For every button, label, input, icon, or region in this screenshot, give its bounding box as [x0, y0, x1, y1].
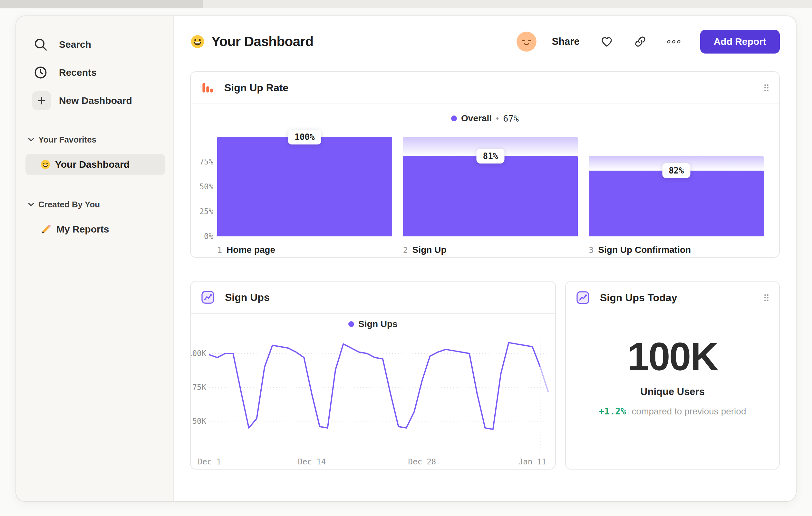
signups-card-title: Sign Ups: [225, 292, 270, 303]
signups-series-line[interactable]: [209, 343, 540, 429]
sidebar-item-recents[interactable]: Recents: [16, 58, 173, 86]
main-content: Your Dashboard Share: [174, 16, 796, 501]
funnel-card: Sign Up Rate Overall • 67% 75%50%25%0% 1…: [190, 71, 780, 258]
plus-icon: [32, 91, 51, 110]
funnel-column: 82%: [589, 137, 764, 236]
section-title: Created By You: [38, 200, 100, 210]
funnel-plot: 75%50%25%0% 100%81%82%: [197, 137, 764, 236]
section-your-favorites[interactable]: Your Favorites: [16, 133, 173, 147]
big-number-subtitle: Unique Users: [566, 386, 779, 398]
funnel-step-label: 2Sign Up: [403, 245, 578, 255]
more-options-button[interactable]: [667, 40, 681, 44]
funnel-column: 100%: [217, 137, 392, 236]
page-header: Your Dashboard Share: [190, 30, 780, 54]
sidebar: Search Recents New Dashboard: [16, 16, 174, 501]
funnel-y-axis: 75%50%25%0%: [197, 137, 214, 236]
big-number: 100K: [566, 337, 779, 376]
funnel-chart-icon: [200, 81, 214, 95]
sidebar-item-label: Search: [59, 39, 91, 50]
legend-label: Overall: [461, 113, 492, 124]
funnel-x-axis: 1Home page2Sign Up3Sign Up Confirmation: [217, 245, 764, 255]
sidebar-item-your-dashboard[interactable]: Your Dashboard: [25, 154, 165, 175]
funnel-step-number: 2: [403, 245, 408, 255]
x-tick-label: Dec 1: [198, 457, 221, 466]
app-window: Search Recents New Dashboard: [16, 16, 796, 502]
smiley-icon: [40, 159, 51, 170]
search-icon: [33, 37, 48, 52]
signups-today-card: Sign Ups Today 100K Unique Users +1.2% c…: [565, 281, 780, 469]
delta-row: +1.2% compared to previous period: [566, 406, 779, 417]
cards-row: Sign Ups Sign Ups 100K75K50KDec 1Dec 14D…: [190, 281, 780, 469]
legend-separator: •: [496, 113, 499, 124]
favorite-button[interactable]: [600, 35, 614, 48]
funnel-bar[interactable]: [403, 156, 578, 236]
section-title: Your Favorites: [38, 135, 96, 145]
top-strip-left: [0, 0, 203, 8]
funnel-y-tick: 25%: [199, 207, 213, 216]
funnel-step-label: 3Sign Up Confirmation: [589, 245, 764, 255]
header-actions: Share: [517, 30, 780, 54]
sidebar-item-label: My Reports: [56, 224, 109, 235]
legend-label: Sign Ups: [358, 319, 397, 329]
clock-icon: [33, 65, 48, 80]
page-title: Your Dashboard: [211, 34, 314, 49]
signups-card: Sign Ups Sign Ups 100K75K50KDec 1Dec 14D…: [190, 281, 556, 469]
signups-line-chart[interactable]: 100K75K50KDec 1Dec 14Dec 28Jan 11: [191, 334, 555, 469]
funnel-card-header: Sign Up Rate: [191, 72, 779, 104]
funnel-legend[interactable]: Overall • 67%: [191, 112, 779, 125]
heart-icon: [600, 35, 613, 48]
sidebar-item-label: Your Dashboard: [55, 159, 129, 170]
funnel-bar[interactable]: [589, 171, 764, 237]
page-title-wrap: Your Dashboard: [190, 34, 314, 49]
chevron-down-icon: [28, 202, 34, 207]
sidebar-item-new-dashboard[interactable]: New Dashboard: [16, 86, 173, 114]
funnel-y-tick: 0%: [204, 232, 213, 241]
drag-handle-icon[interactable]: [763, 294, 770, 302]
signups-series-line-incomplete: [540, 367, 548, 391]
chevron-down-icon: [28, 138, 34, 142]
line-chart-icon: [576, 290, 590, 305]
funnel-step-name: Sign Up: [412, 245, 446, 255]
add-report-button[interactable]: Add Report: [700, 30, 780, 54]
funnel-columns: 100%81%82%: [217, 137, 764, 236]
funnel-y-tick: 75%: [199, 157, 213, 166]
x-tick-label: Jan 11: [518, 457, 547, 466]
line-chart-icon: [200, 290, 215, 305]
copy-link-button[interactable]: [633, 35, 647, 48]
sidebar-item-label: New Dashboard: [59, 95, 132, 106]
legend-value: 67%: [503, 113, 519, 124]
funnel-value-label: 100%: [288, 130, 321, 144]
drag-handle-icon[interactable]: [763, 84, 770, 92]
sidebar-item-label: Recents: [59, 67, 97, 78]
funnel-value-label: 82%: [662, 163, 690, 178]
sidebar-item-search[interactable]: Search: [16, 30, 173, 58]
y-tick-label: 75K: [192, 383, 207, 392]
y-tick-label: 50K: [192, 417, 207, 426]
funnel-step-name: Sign Up Confirmation: [598, 245, 691, 255]
x-tick-label: Dec 14: [298, 457, 326, 466]
funnel-value-label: 81%: [476, 149, 504, 164]
pencil-icon: [40, 223, 52, 235]
share-button[interactable]: Share: [552, 36, 580, 47]
legend-dot: [348, 321, 354, 327]
ellipsis-icon: [667, 40, 681, 44]
signups-card-header: Sign Ups: [191, 281, 555, 314]
smiley-icon: [190, 34, 205, 49]
signups-today-title: Sign Ups Today: [600, 292, 677, 304]
funnel-card-title: Sign Up Rate: [224, 82, 288, 94]
funnel-bar[interactable]: [217, 137, 392, 236]
legend-dot: [451, 115, 457, 121]
sidebar-item-my-reports[interactable]: My Reports: [25, 219, 165, 240]
funnel-step-label: 1Home page: [217, 245, 392, 255]
delta-note: compared to previous period: [632, 406, 746, 416]
funnel-y-tick: 50%: [199, 182, 213, 191]
avatar[interactable]: [517, 32, 536, 52]
signups-today-header: Sign Ups Today: [566, 281, 779, 314]
funnel-step-name: Home page: [227, 245, 275, 255]
funnel-step-number: 1: [217, 245, 222, 255]
section-created-by-you[interactable]: Created By You: [16, 197, 173, 212]
delta-value: +1.2%: [599, 406, 626, 417]
signups-legend[interactable]: Sign Ups: [191, 314, 555, 334]
y-tick-label: 100K: [191, 349, 207, 358]
funnel-step-number: 3: [589, 245, 593, 255]
